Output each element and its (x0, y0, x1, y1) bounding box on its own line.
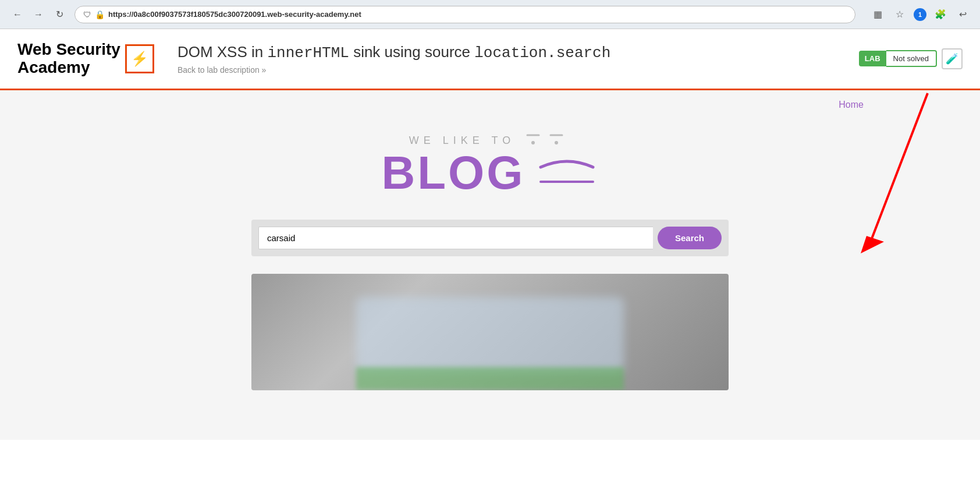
lab-status-area: LAB Not solved 🧪 (859, 48, 963, 69)
nav-buttons: ← → ↻ (9, 6, 68, 23)
svg-point-1 (531, 141, 535, 144)
lock-icon: 🔒 (95, 10, 105, 19)
reload-button[interactable]: ↻ (51, 6, 68, 23)
back-link[interactable]: Back to lab description » (177, 65, 859, 75)
browser-actions: ▦ ☆ 1 🧩 ↩ (869, 6, 971, 23)
blog-image-section (0, 268, 980, 396)
logo-area: Web Security Academy ⚡ (17, 41, 154, 77)
page-content: Home WE LIKE TO BLOG Search (0, 90, 980, 440)
qr-button[interactable]: ▦ (869, 6, 886, 23)
blog-hero: WE LIKE TO BLOG (0, 115, 980, 208)
svg-point-3 (555, 141, 558, 144)
back-link-label: Back to lab description » (177, 65, 267, 75)
bookmark-button[interactable]: ☆ (892, 6, 908, 23)
lab-title-sink: innerHTML (267, 44, 349, 62)
search-container: Search (251, 220, 729, 256)
blog-image-placeholder (251, 274, 729, 390)
flask-button[interactable]: 🧪 (942, 48, 963, 69)
face-eyes-icon (524, 132, 571, 150)
blur-box (356, 297, 624, 373)
search-button[interactable]: Search (658, 227, 722, 249)
url-domain: web-security-academy.net (267, 10, 361, 19)
url-prefix: https://0a8c00f9037573f180575dc300720091… (108, 10, 267, 19)
address-bar[interactable]: 🛡 🔒 https://0a8c00f9037573f180575dc30072… (74, 6, 855, 23)
search-input[interactable] (258, 227, 653, 249)
address-text: https://0a8c00f9037573f180575dc300720091… (108, 10, 847, 19)
shield-icon: 🛡 (83, 10, 91, 19)
logo-line2: Academy (17, 59, 120, 77)
sad-face-mouth-icon (535, 150, 599, 196)
blog-word: BLOG (381, 150, 525, 196)
green-area (356, 367, 624, 390)
forward-button[interactable]: → (30, 6, 47, 23)
lab-badge: LAB (859, 51, 886, 66)
notification-badge: 1 (914, 8, 926, 21)
lab-title-area: DOM XSS in innerHTML sink using source l… (177, 43, 859, 75)
top-nav: Home (0, 90, 980, 115)
account-button[interactable]: ↩ (954, 6, 971, 23)
lab-title-source: location. (474, 44, 556, 62)
search-section: Search (0, 208, 980, 268)
logo-text: Web Security Academy (17, 41, 120, 77)
site-header: Web Security Academy ⚡ DOM XSS in innerH… (0, 29, 980, 90)
lab-title-suffix: search (556, 44, 611, 62)
back-button[interactable]: ← (9, 6, 26, 23)
blog-main-text: BLOG (381, 150, 598, 196)
browser-chrome: ← → ↻ 🛡 🔒 https://0a8c00f9037573f180575d… (0, 0, 980, 29)
lab-title: DOM XSS in innerHTML sink using source l… (177, 43, 859, 62)
not-solved-label: Not solved (886, 50, 937, 67)
lightning-icon: ⚡ (131, 51, 148, 67)
logo-icon: ⚡ (125, 44, 154, 73)
home-link[interactable]: Home (839, 100, 864, 110)
extension-button[interactable]: 🧩 (932, 6, 949, 23)
logo-line1: Web Security (17, 41, 120, 59)
lab-title-prefix: DOM XSS in (177, 43, 268, 61)
lab-title-middle: sink using source (349, 43, 474, 61)
tagline-text: WE LIKE TO (409, 135, 515, 147)
